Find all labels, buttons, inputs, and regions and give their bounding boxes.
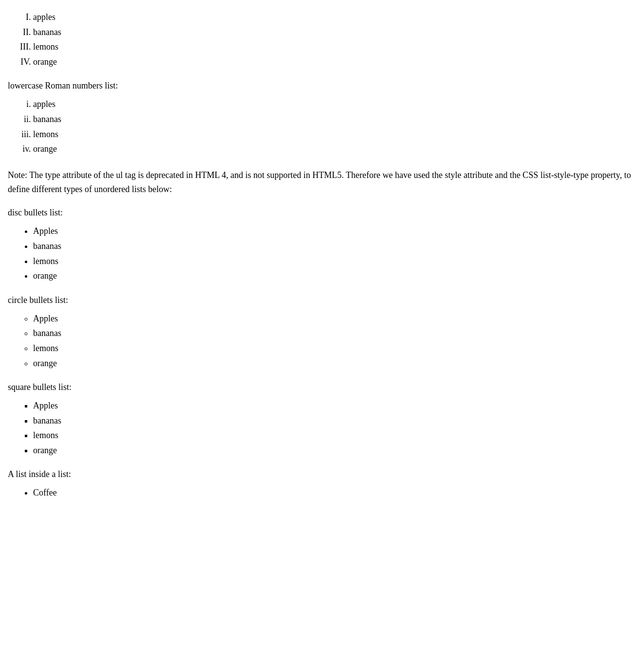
list-item: lemons [33, 39, 636, 54]
circle-section: circle bullets list: Apples bananas lemo… [8, 295, 636, 371]
square-section: square bullets list: Apples bananas lemo… [8, 382, 636, 458]
list-item: orange [33, 356, 636, 371]
list-item: Apples [33, 224, 636, 239]
circle-label: circle bullets list: [8, 295, 636, 305]
nested-section: A list inside a list: Coffee [8, 469, 636, 500]
disc-label: disc bullets list: [8, 208, 636, 218]
disc-list: Apples bananas lemons orange [8, 224, 636, 283]
lower-roman-list: apples bananas lemons orange [8, 97, 636, 156]
list-item: bananas [33, 112, 636, 127]
list-item: Apples [33, 398, 636, 413]
list-item: apples [33, 10, 636, 25]
list-item: orange [33, 268, 636, 283]
list-item: bananas [33, 239, 636, 254]
list-item: orange [33, 141, 636, 157]
list-item: Apples [33, 311, 636, 326]
disc-section: disc bullets list: Apples bananas lemons… [8, 208, 636, 283]
lower-roman-section: lowercase Roman numbers list: apples ban… [8, 81, 636, 156]
list-item: lemons [33, 254, 636, 269]
list-item: orange [33, 54, 636, 70]
list-item: apples [33, 97, 636, 112]
circle-list: Apples bananas lemons orange [8, 311, 636, 371]
list-item: Coffee [33, 485, 636, 500]
list-item: lemons [33, 341, 636, 356]
list-item: orange [33, 443, 636, 458]
square-label: square bullets list: [8, 382, 636, 392]
list-item: lemons [33, 127, 636, 142]
nested-label: A list inside a list: [8, 469, 636, 479]
disc-list-wrapper: Apples bananas lemons orange [8, 224, 636, 283]
note-paragraph: Note: The type attribute of the ul tag i… [8, 168, 636, 196]
square-list-wrapper: Apples bananas lemons orange [8, 398, 636, 458]
list-item: bananas [33, 326, 636, 341]
upper-roman-section: apples bananas lemons orange [8, 10, 636, 69]
nested-list: Coffee [8, 485, 636, 500]
nested-list-wrapper: Coffee [8, 485, 636, 500]
upper-roman-list: apples bananas lemons orange [8, 10, 636, 69]
lower-roman-label: lowercase Roman numbers list: [8, 81, 636, 91]
circle-list-wrapper: Apples bananas lemons orange [8, 311, 636, 371]
list-item: bananas [33, 25, 636, 40]
list-item: lemons [33, 428, 636, 443]
square-list: Apples bananas lemons orange [8, 398, 636, 458]
list-item: bananas [33, 413, 636, 428]
lower-roman-list-wrapper: apples bananas lemons orange [8, 97, 636, 156]
